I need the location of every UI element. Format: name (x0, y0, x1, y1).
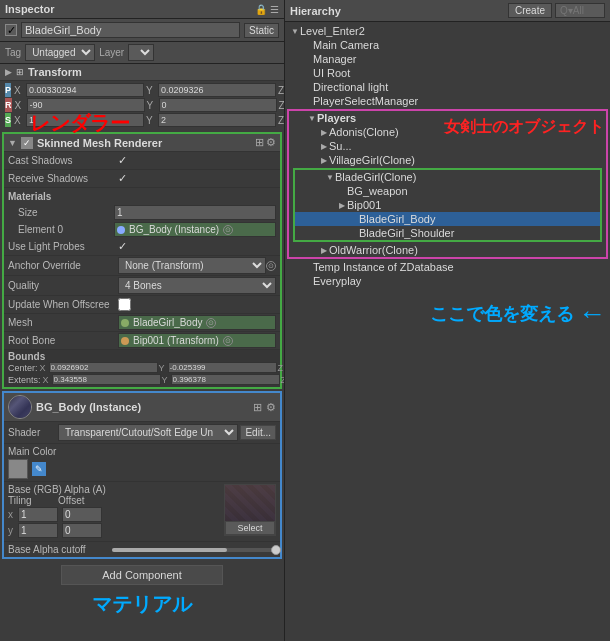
ey-input[interactable] (171, 374, 280, 385)
adonis-triangle: ▶ (319, 127, 329, 137)
hier-item-ui-root[interactable]: UI Root (285, 66, 610, 80)
ex-input[interactable] (52, 374, 161, 385)
sy-input[interactable] (158, 113, 276, 127)
rotation-label: R (5, 98, 12, 112)
root-bone-value: Bip001 (Transform) ⊙ (118, 333, 276, 348)
slider-handle[interactable] (271, 545, 281, 555)
py-input[interactable] (158, 83, 276, 97)
skinned-mesh-section: ▼ ✓ Skinned Mesh Renderer ⊞ ⚙ Cast Shado… (2, 132, 282, 389)
anchor-row: Anchor Override None (Transform) ⊙ (4, 256, 280, 276)
hier-item-bg-weapon[interactable]: BG_weapon (295, 184, 600, 198)
mesh-text: BladeGirl_Body (133, 317, 202, 328)
y-tiling-input[interactable] (18, 523, 58, 538)
alpha-cutoff-slider[interactable] (112, 548, 276, 552)
bladegirl-shoulder-text: BladeGirl_Shoulder (359, 227, 454, 239)
lock-icon[interactable]: 🔒 (255, 4, 267, 15)
hier-item-bladegirl-shoulder[interactable]: BladeGirl_Shoulder (295, 226, 600, 240)
hier-item-bip001[interactable]: ▶ Bip001 (295, 198, 600, 212)
hier-item-bladegirl-body[interactable]: BladeGirl_Body (295, 212, 600, 226)
transform-position-row: P X Y Z (5, 83, 279, 97)
hier-item-dir-light[interactable]: Directional light (285, 80, 610, 94)
hier-item-manager[interactable]: Manager (285, 52, 610, 66)
x-offset-input[interactable] (62, 507, 102, 522)
shader-row: Shader Transparent/Cutout/Soft Edge Un E… (4, 422, 280, 444)
anchor-select[interactable]: None (Transform) (118, 257, 266, 274)
object-active-checkbox[interactable]: ✓ (5, 24, 17, 36)
anchor-target-icon[interactable]: ⊙ (266, 261, 276, 271)
select-button[interactable]: Select (225, 521, 275, 535)
material-ref-icon[interactable]: ⊞ (253, 401, 262, 414)
position-fields: X Y Z (14, 83, 284, 97)
texture-thumbnail[interactable]: Select (224, 484, 276, 536)
skinned-gear-icon[interactable]: ⚙ (266, 136, 276, 149)
element-target-icon[interactable]: ⊙ (223, 225, 233, 235)
skinned-ref-icon[interactable]: ⊞ (255, 136, 264, 149)
search-input[interactable] (555, 3, 605, 18)
hier-item-psm[interactable]: PlayerSelectManager (285, 94, 610, 108)
hier-item-everyplay[interactable]: Everyplay (285, 274, 610, 288)
quality-select[interactable]: 4 Bones (118, 277, 276, 294)
mesh-target-icon[interactable]: ⊙ (206, 318, 216, 328)
cy-axis: Y (159, 363, 167, 373)
hier-item-adonis[interactable]: ▶ Adonis(Clone) (289, 125, 606, 139)
ez-axis: Z (281, 375, 284, 385)
shader-label: Shader (8, 427, 58, 438)
px-input[interactable] (26, 83, 144, 97)
skinned-checkbox[interactable]: ✓ (21, 137, 33, 149)
ui-root-text: UI Root (313, 67, 350, 79)
sx-input[interactable] (26, 113, 144, 127)
root-bone-dot (121, 337, 129, 345)
materials-header[interactable]: Materials (4, 188, 280, 204)
offset-label: Offset (58, 495, 98, 506)
material-name: BG_Body (Instance) (36, 401, 249, 413)
hier-item-su[interactable]: ▶ Su... (289, 139, 606, 153)
y-offset-input[interactable] (62, 523, 102, 538)
slider-fill (112, 548, 227, 552)
material-avatar (8, 395, 32, 419)
temp-text: Temp Instance of ZDatabase (313, 261, 454, 273)
update-checkbox[interactable] (118, 298, 131, 311)
hier-item-bladegirl-clone[interactable]: ▼ BladeGirl(Clone) (295, 170, 600, 184)
cx-input[interactable] (49, 362, 158, 373)
color-edit-icon[interactable]: ✎ (32, 462, 46, 476)
shader-select[interactable]: Transparent/Cutout/Soft Edge Un (58, 424, 238, 441)
root-bone-target-icon[interactable]: ⊙ (223, 336, 233, 346)
rx-input[interactable] (27, 98, 145, 112)
size-input[interactable] (114, 205, 276, 220)
cast-shadows-label: Cast Shadows (8, 155, 118, 166)
hier-item-oldwarrior[interactable]: ▶ OldWarrior(Clone) (289, 243, 606, 257)
y-tiling-row: y (8, 523, 220, 538)
cy-input[interactable] (168, 362, 277, 373)
ey-axis: Y (162, 375, 170, 385)
material-gear-icon[interactable]: ⚙ (266, 401, 276, 414)
transform-rotation-row: R X Y Z (5, 98, 279, 112)
menu-icon[interactable]: ☰ (270, 4, 279, 15)
hier-item-players[interactable]: ▼ Players (289, 111, 606, 125)
object-name-input[interactable] (21, 22, 240, 38)
transform-section-header[interactable]: ▶ ⊞ Transform (0, 64, 284, 81)
skinned-collapse-icon[interactable]: ▼ (8, 138, 17, 148)
hier-item-camera[interactable]: Main Camera (285, 38, 610, 52)
ry-input[interactable] (159, 98, 277, 112)
receive-shadows-value: ✓ (118, 172, 127, 185)
hierarchy-content: ▼ Level_Enter2 Main Camera Manager UI Ro… (285, 22, 610, 641)
element-value: BG_Body (Instance) ⊙ (114, 222, 276, 237)
add-component-button[interactable]: Add Component (61, 565, 223, 585)
tiling-label: Tiling (8, 495, 58, 506)
layer-select[interactable] (128, 44, 154, 61)
color-swatch[interactable] (8, 459, 28, 479)
hier-item-level[interactable]: ▼ Level_Enter2 (285, 24, 610, 38)
create-button[interactable]: Create (508, 3, 552, 18)
hier-item-temp[interactable]: Temp Instance of ZDatabase (285, 260, 610, 274)
root-bone-label: Root Bone (8, 335, 118, 346)
x-tiling-input[interactable] (18, 507, 58, 522)
color-annotation-row: ここで色を変える ← (285, 288, 610, 330)
camera-text: Main Camera (313, 39, 379, 51)
static-button[interactable]: Static (244, 23, 279, 38)
bounds-center-label: Center: (8, 363, 38, 373)
edit-button[interactable]: Edit... (240, 425, 276, 440)
tag-select[interactable]: Untagged (25, 44, 95, 61)
psm-triangle (303, 96, 313, 106)
hier-item-village[interactable]: ▶ VillageGirl(Clone) (289, 153, 606, 167)
bg-weapon-triangle (337, 186, 347, 196)
